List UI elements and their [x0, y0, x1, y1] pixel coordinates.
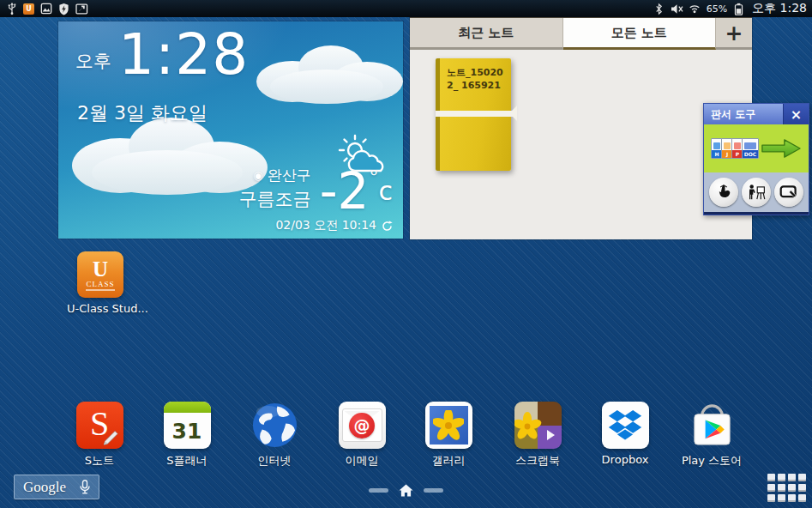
app-snote[interactable]: S S노트 [63, 402, 135, 469]
note-band-decoration [436, 111, 515, 117]
google-logo: Google [23, 479, 66, 496]
app-internet[interactable]: 인터넷 [238, 402, 310, 469]
internet-globe-icon[interactable] [251, 402, 298, 449]
pen-icon [102, 427, 121, 446]
flower-icon [514, 412, 542, 441]
usb-icon [5, 3, 18, 15]
app-scrapbook[interactable]: 스크랩북 [502, 402, 574, 469]
status-bar-right: 65% 오후 1:28 [653, 1, 807, 16]
clock-date: 2월 3일 화요일 [77, 100, 208, 126]
green-arrow-icon[interactable] [761, 137, 802, 160]
weather-condition: 구름조금 [239, 187, 311, 211]
app-dropbox[interactable]: Dropbox [589, 402, 661, 466]
note-item[interactable]: 노트_150202_ 165921 [436, 58, 511, 171]
close-icon[interactable]: × [783, 104, 809, 124]
weather-info[interactable]: ◉ 완산구 구름조금 -2 ° c 02/03 오전 10:14 [239, 166, 393, 233]
dropbox-app-icon[interactable] [602, 402, 649, 449]
weather-updated-time: 02/03 오전 10:14 [275, 218, 376, 233]
google-search-widget[interactable]: Google [14, 475, 99, 499]
tab-all-notes[interactable]: 모든 노트 [563, 18, 717, 50]
page-dot[interactable] [369, 488, 388, 493]
presenter-icon [747, 184, 766, 201]
uclass-logo-tagline [86, 289, 115, 291]
battery-percent: 65% [707, 3, 727, 15]
at-symbol-badge: @ [349, 413, 375, 438]
note-tabbar: 최근 노트 모든 노트 + [410, 17, 752, 50]
weather-temperature: -2 ° c [320, 166, 393, 216]
note-list: 노트_150202_ 165921 [410, 50, 752, 239]
cloud-image [245, 37, 403, 107]
home-screen: U [0, 0, 812, 508]
presenter-button[interactable] [742, 178, 771, 207]
status-bar-left: U [5, 3, 88, 15]
uclass-notification-icon: U [23, 3, 34, 15]
screenshot-icon [39, 3, 52, 15]
dropbox-logo-icon [608, 409, 642, 441]
wifi-icon [689, 3, 701, 15]
calendar-top-bar [164, 402, 211, 413]
email-app-icon[interactable]: @ [339, 402, 386, 449]
gallery-app-icon[interactable] [425, 402, 472, 449]
weather-location: 완산구 [268, 166, 311, 185]
palette-title-text: 판서 도구 [711, 107, 755, 122]
bluetooth-icon [653, 3, 665, 15]
splanner-app-icon[interactable]: 31 [164, 402, 211, 449]
location-icon: ◉ [253, 169, 262, 182]
app-email[interactable]: @ 이메일 [326, 402, 398, 469]
mute-vibrate-icon [671, 3, 683, 15]
palette-footer-bar [704, 212, 809, 215]
clock-text: 오후 1:28 [752, 1, 807, 16]
weather-clock-widget[interactable]: 오후 1:28 2월 3일 화요일 ◉ 완산구 구름조금 [58, 21, 403, 239]
page-dot[interactable] [424, 488, 443, 493]
uclass-app-icon[interactable]: U CLASS [77, 251, 123, 298]
file-types-icon: H J P DOC [711, 138, 757, 159]
snote-app-icon[interactable]: S [76, 402, 123, 449]
app-splanner[interactable]: 31 S플래너 [151, 402, 223, 469]
flower-icon [433, 410, 464, 441]
tab-recent-notes[interactable]: 최근 노트 [410, 18, 563, 50]
touch-pointer-button[interactable] [709, 178, 738, 207]
note-title: 노트_150202_ 165921 [440, 58, 511, 93]
battery-icon [732, 3, 745, 15]
clock-time: 1:28 [118, 27, 249, 83]
play-store-app-icon[interactable] [689, 402, 736, 449]
whiteboard-button[interactable] [774, 178, 803, 207]
app-uclass-student[interactable]: U CLASS U-Class Stud... [67, 251, 134, 315]
scrapbook-app-icon[interactable] [514, 402, 562, 449]
palette-titlebar[interactable]: 판서 도구 × [704, 104, 809, 124]
shield-notification-icon [57, 3, 70, 15]
status-bar: U [0, 0, 812, 17]
clock-display[interactable]: 오후 1:28 [75, 27, 249, 83]
app-gallery[interactable]: 갤러리 [412, 402, 484, 469]
add-note-button[interactable]: + [716, 18, 752, 50]
app-label: U-Class Stud... [67, 302, 134, 315]
apps-button[interactable] [767, 474, 809, 505]
board-pen-icon [779, 184, 798, 201]
palette-export-row[interactable]: H J P DOC [704, 124, 809, 172]
pointing-hand-icon [715, 184, 732, 201]
play-triangle-icon [547, 430, 555, 440]
page-indicator [369, 484, 443, 497]
mic-icon[interactable] [80, 480, 90, 494]
app-play-store[interactable]: Play 스토어 [676, 402, 748, 469]
snote-widget: 최근 노트 모든 노트 + 노트_150202_ 165921 [410, 17, 752, 239]
home-icon[interactable] [399, 484, 413, 497]
multi-window-icon [75, 3, 88, 15]
clock-meridiem: 오후 [75, 49, 111, 83]
palette-tools-row [704, 172, 809, 212]
refresh-icon[interactable] [382, 221, 393, 232]
pen-tools-palette[interactable]: 판서 도구 × H J P DOC [703, 103, 809, 215]
